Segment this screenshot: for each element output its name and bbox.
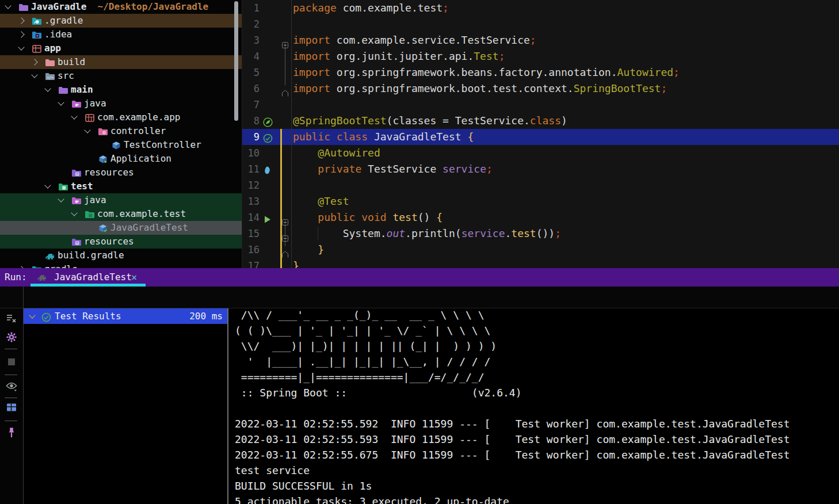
editor-line-3[interactable]: 3import com.example.service.TestService;	[242, 32, 839, 48]
code-text: public class JavaGradleTest {	[293, 129, 474, 145]
chevron-down-icon[interactable]	[18, 44, 24, 50]
stop-icon[interactable]	[5, 356, 18, 368]
tree-item-label: java	[84, 97, 106, 110]
tree-item-com-example-test[interactable]: com.example.test	[0, 207, 242, 221]
tree-item-testcontroller[interactable]: TestController	[0, 138, 242, 152]
editor-line-8[interactable]: 8@SpringBootTest(classes = TestService.c…	[242, 113, 839, 129]
editor-line-16[interactable]: 16 }	[242, 242, 839, 258]
editor-line-6[interactable]: 6import org.springframework.boot.test.co…	[242, 81, 839, 97]
package-app-icon	[85, 113, 95, 122]
chevron-down-icon[interactable]	[31, 71, 37, 78]
chevron-down-icon[interactable]	[5, 2, 11, 9]
editor-line-13[interactable]: 13 @Test	[242, 193, 839, 209]
test-results-row[interactable]: Test Results 200 ms	[24, 308, 227, 324]
gutter-separator	[291, 0, 292, 268]
chevron-right-icon[interactable]	[18, 31, 24, 37]
run-toolbar: Tests passed: 1 of 1 test – 200 ms AZ	[0, 287, 839, 308]
active-tab-underline	[30, 284, 146, 287]
line-number: 5	[242, 64, 260, 81]
chevron-down-icon[interactable]	[71, 209, 77, 216]
spring-bean-icon[interactable]	[263, 164, 273, 174]
editor-line-9[interactable]: 9public class JavaGradleTest {	[242, 129, 839, 145]
editor-line-14[interactable]: 14 public void test() {	[242, 209, 839, 226]
tree-item-label: java	[84, 193, 106, 207]
tree-item-gradle[interactable]: gradle	[0, 262, 242, 268]
console-line: 2022-03-11 02:52:55.592 INFO 11599 --- […	[235, 416, 790, 432]
tree-item-com-example-app[interactable]: com.example.app	[0, 110, 242, 124]
code-text: }	[293, 242, 324, 258]
chevron-down-icon[interactable]	[58, 196, 64, 202]
chevron-down-icon[interactable]	[44, 85, 51, 91]
pin-icon[interactable]	[5, 426, 18, 439]
editor-line-4[interactable]: 4import org.junit.jupiter.api.Test;	[242, 48, 839, 64]
editor-line-12[interactable]: 12	[242, 177, 839, 193]
project-tree-scrollbar[interactable]	[234, 1, 238, 121]
tree-item-javagradletest[interactable]: JavaGradleTest	[0, 221, 242, 235]
line-number: 2	[242, 16, 260, 32]
spring-icon[interactable]	[263, 116, 273, 125]
pane-splitter[interactable]	[227, 308, 228, 504]
code-text: @SpringBootTest(classes = TestService.cl…	[293, 113, 567, 129]
tree-item-main[interactable]: main	[0, 83, 242, 97]
line-number: 13	[242, 193, 260, 209]
tree-item-application[interactable]: Application	[0, 152, 242, 166]
chevron-right-icon[interactable]	[31, 59, 37, 65]
code-text: import org.junit.jupiter.api.Test;	[293, 48, 505, 64]
tree-item-test[interactable]: test	[0, 180, 242, 193]
editor-line-17[interactable]: 17}	[242, 258, 839, 268]
preview-icon[interactable]	[5, 380, 18, 392]
console-line: test service	[235, 463, 310, 478]
tree-item-javagradle[interactable]: JavaGradle ~/Desktop/JavaGradle	[0, 0, 242, 14]
tree-item-label: main	[71, 83, 93, 97]
chevron-down-icon[interactable]	[58, 99, 64, 105]
editor-line-5[interactable]: 5import org.springframework.beans.factor…	[242, 64, 839, 81]
tree-item-label: Application	[110, 152, 171, 166]
tree-item-java[interactable]: java	[0, 193, 242, 207]
tree-item-label: controller	[110, 124, 166, 138]
layout-icon[interactable]	[5, 401, 18, 414]
line-number: 16	[242, 242, 260, 258]
tree-item-label: .idea	[44, 28, 72, 41]
chevron-down-icon[interactable]	[84, 127, 90, 133]
tree-item-resources[interactable]: resources	[0, 166, 242, 180]
tree-item-build-gradle[interactable]: build.gradle	[0, 249, 242, 262]
editor-line-15[interactable]: 15 System.out.println(service.test());	[242, 226, 839, 242]
tree-item-app[interactable]: app	[0, 41, 242, 55]
line-number: 12	[242, 177, 260, 193]
tree-item-build[interactable]: build	[0, 55, 242, 69]
chevron-right-icon[interactable]	[18, 266, 24, 268]
code-text: @Test	[293, 193, 349, 209]
hide-passed-icon[interactable]	[5, 312, 18, 324]
tree-item-src[interactable]: </>src	[0, 69, 242, 83]
chevron-down-icon[interactable]	[71, 113, 77, 119]
close-tab-icon[interactable]: ×	[131, 270, 137, 284]
test-passed-icon[interactable]	[263, 132, 273, 142]
console-output[interactable]: /\\ / ___'_ __ _ _(_)_ __ __ _ \ \ \ \( …	[229, 308, 839, 504]
test-duration: 200 ms	[189, 308, 223, 324]
tree-item-label: build.gradle	[58, 249, 124, 262]
code-editor[interactable]: 1package com.example.test;23import com.e…	[242, 0, 839, 268]
tree-item-label: com.example.app	[97, 110, 181, 124]
tree-item-label: TestController	[124, 138, 201, 152]
editor-line-7[interactable]: 7	[242, 97, 839, 113]
editor-line-1[interactable]: 1package com.example.test;	[242, 0, 839, 16]
tree-item-controller[interactable]: controller	[0, 124, 242, 138]
folder-src-icon: </>	[45, 71, 55, 81]
tree-item-java[interactable]: java	[0, 97, 242, 110]
folder-resources-icon	[71, 168, 82, 177]
editor-line-11[interactable]: 11 private TestService service;	[242, 161, 839, 177]
editor-line-2[interactable]: 2	[242, 16, 839, 32]
chevron-right-icon[interactable]	[18, 17, 24, 24]
tree-item--idea[interactable]: .idea	[0, 28, 242, 41]
strip-separator	[5, 349, 17, 349]
tree-item--gradle[interactable]: .gradle	[0, 14, 242, 28]
vcs-change-bar	[280, 129, 282, 268]
toolbar-divider	[23, 287, 24, 504]
chevron-down-icon[interactable]	[44, 182, 51, 188]
line-number: 10	[242, 145, 260, 161]
editor-line-10[interactable]: 10 @Autowired	[242, 145, 839, 161]
settings-icon[interactable]	[5, 331, 18, 343]
run-test-icon[interactable]	[263, 212, 273, 222]
tree-item-resources[interactable]: resources	[0, 235, 242, 249]
chevron-down-icon[interactable]	[29, 312, 35, 318]
